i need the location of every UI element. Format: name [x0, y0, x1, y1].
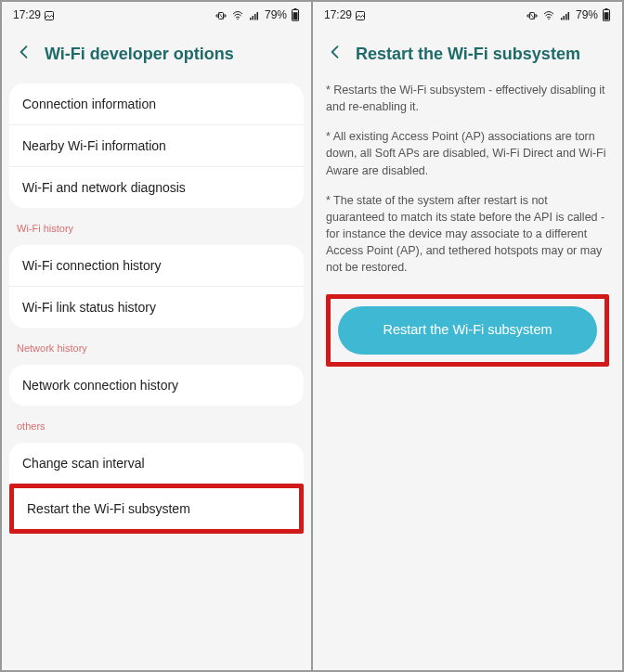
- svg-rect-6: [254, 14, 256, 20]
- description-p2: * All existing Access Point (AP) associa…: [313, 124, 622, 187]
- section-network-history: Network history: [2, 333, 311, 359]
- row-connection-info[interactable]: Connection information: [9, 84, 304, 125]
- row-nearby-wifi[interactable]: Nearby Wi-Fi information: [9, 125, 304, 167]
- section-others: others: [2, 411, 311, 437]
- page-title: Restart the Wi-Fi subsystem: [356, 45, 580, 64]
- wifi-icon: [231, 8, 244, 21]
- group-wifi-history: Wi-Fi connection history Wi-Fi link stat…: [9, 245, 304, 328]
- svg-point-3: [237, 19, 239, 20]
- status-left: 17:29: [324, 8, 366, 21]
- signal-icon: [248, 8, 261, 21]
- row-wifi-diagnosis[interactable]: Wi-Fi and network diagnosis: [9, 167, 304, 208]
- section-wifi-history: Wi-Fi history: [2, 213, 311, 239]
- row-restart-wifi-subsystem[interactable]: Restart the Wi-Fi subsystem: [14, 488, 299, 529]
- group-network-history: Network connection history: [9, 365, 304, 406]
- status-right: 79%: [214, 8, 300, 22]
- detail-content: * Restarts the Wi-Fi subsystem - effecti…: [313, 78, 622, 670]
- battery-percent: 79%: [265, 8, 287, 21]
- row-change-scan-interval[interactable]: Change scan interval: [9, 443, 304, 484]
- svg-rect-21: [604, 13, 609, 20]
- highlight-restart-row: Restart the Wi-Fi subsystem: [9, 484, 304, 534]
- back-icon[interactable]: [326, 43, 344, 65]
- clock: 17:29: [13, 8, 41, 21]
- svg-rect-16: [563, 16, 565, 20]
- highlight-restart-button: Restart the Wi-Fi subsystem: [326, 294, 609, 367]
- svg-rect-15: [561, 18, 563, 20]
- svg-rect-17: [566, 14, 567, 20]
- left-screen: 17:29 79% Wi-Fi developer options: [1, 1, 312, 671]
- vibrate-icon: [526, 8, 539, 21]
- status-left: 17:29: [13, 8, 55, 21]
- status-right: 79%: [526, 8, 611, 22]
- description-p3: * The state of the system after restart …: [313, 188, 622, 286]
- signal-icon: [559, 8, 572, 21]
- svg-rect-4: [250, 18, 252, 20]
- status-bar: 17:29 79%: [2, 2, 311, 28]
- group-others: Change scan interval: [9, 443, 304, 484]
- row-wifi-link-status-history[interactable]: Wi-Fi link status history: [9, 287, 304, 328]
- group-general: Connection information Nearby Wi-Fi info…: [9, 84, 304, 208]
- battery-percent: 79%: [576, 8, 598, 21]
- svg-rect-7: [256, 12, 258, 20]
- header: Wi-Fi developer options: [2, 28, 311, 78]
- settings-list: Connection information Nearby Wi-Fi info…: [2, 78, 311, 670]
- wifi-icon: [542, 8, 555, 21]
- page-title: Wi-Fi developer options: [45, 45, 234, 64]
- svg-rect-10: [293, 13, 298, 20]
- row-wifi-connection-history[interactable]: Wi-Fi connection history: [9, 245, 304, 287]
- back-icon[interactable]: [15, 43, 33, 65]
- clock: 17:29: [324, 8, 352, 21]
- battery-icon: [602, 8, 611, 22]
- row-network-connection-history[interactable]: Network connection history: [9, 365, 304, 406]
- vibrate-icon: [214, 8, 228, 21]
- right-screen: 17:29 79% Restart the Wi-Fi subsyste: [312, 1, 623, 671]
- svg-line-13: [529, 12, 534, 19]
- status-bar: 17:29 79%: [313, 2, 622, 28]
- battery-icon: [291, 8, 300, 22]
- restart-wifi-button[interactable]: Restart the Wi-Fi subsystem: [338, 306, 597, 355]
- image-icon: [355, 8, 366, 21]
- svg-rect-5: [252, 16, 254, 20]
- header: Restart the Wi-Fi subsystem: [313, 28, 622, 78]
- description-p1: * Restarts the Wi-Fi subsystem - effecti…: [313, 78, 622, 124]
- svg-rect-18: [567, 12, 569, 20]
- svg-line-2: [218, 12, 223, 19]
- image-icon: [44, 8, 55, 21]
- svg-point-14: [548, 19, 550, 20]
